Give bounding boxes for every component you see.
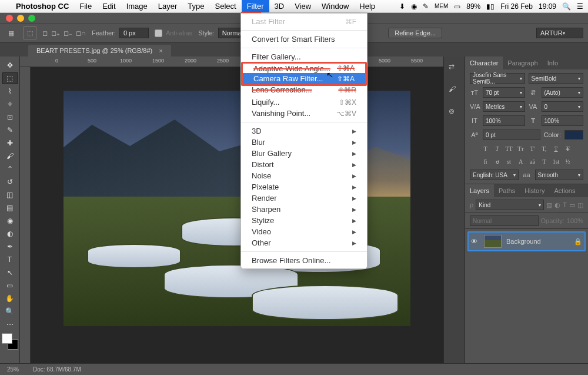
subscript-btn[interactable]: T, <box>539 144 550 153</box>
move-tool-icon[interactable]: ✥ <box>2 59 18 71</box>
history-brush-icon[interactable]: ↺ <box>2 176 18 188</box>
close-window-icon[interactable] <box>6 15 13 22</box>
font-size-input[interactable]: 70 pt▾ <box>483 87 525 98</box>
zoom-level[interactable]: 25% <box>7 366 19 373</box>
menu-pixelate-sub[interactable]: Pixelate <box>241 181 367 193</box>
tab-info[interactable]: Info <box>543 57 563 69</box>
tab-history[interactable]: History <box>520 184 549 197</box>
menu-video-sub[interactable]: Video <box>241 226 367 237</box>
brush-panel-icon[interactable]: 🖌 <box>449 85 460 97</box>
path-tool-icon[interactable]: ↖ <box>2 267 18 278</box>
menu-browse-online[interactable]: Browse Filters Online... <box>241 255 367 266</box>
underline-btn[interactable]: T <box>551 144 562 153</box>
home-icon[interactable]: ▦ <box>5 26 18 39</box>
menu-other-sub[interactable]: Other <box>241 237 367 248</box>
evernote-icon[interactable]: ✎ <box>423 2 429 11</box>
menu-blurgallery-sub[interactable]: Blur Gallery <box>241 148 367 159</box>
language-select[interactable]: English: USA▾ <box>470 170 519 180</box>
tracking-input[interactable]: 0▾ <box>542 101 584 112</box>
menu-camera-raw[interactable]: Camera Raw Filter...⇧⌘A <box>243 73 365 84</box>
ot-alt-btn[interactable]: ơ <box>492 157 503 166</box>
add-selection-icon[interactable]: ◻₊ <box>51 29 60 37</box>
lasso-tool-icon[interactable]: ⌇ <box>2 85 18 97</box>
filter-smart-icon[interactable]: ◫ <box>577 201 583 209</box>
zoom-window-icon[interactable] <box>28 15 35 22</box>
marquee-tool-icon[interactable]: ⬚ <box>24 26 36 39</box>
menu-app[interactable]: Photoshop CC <box>11 0 74 12</box>
menu-distort-sub[interactable]: Distort <box>241 159 367 170</box>
tab-layers[interactable]: Layers <box>465 184 494 197</box>
feather-input[interactable]: 0 px <box>119 28 149 38</box>
ot-lig-btn[interactable]: fi <box>480 157 491 166</box>
menu-help[interactable]: Help <box>354 0 380 12</box>
color-swatches[interactable] <box>2 333 18 350</box>
minimize-window-icon[interactable] <box>17 15 24 22</box>
menu-vanishing[interactable]: Vanishing Point...⌥⌘V <box>241 108 367 119</box>
ot-title-btn[interactable]: T <box>539 157 550 166</box>
eyedropper-tool-icon[interactable]: ✎ <box>2 124 18 136</box>
document-tab[interactable]: BEART PRESETS.jpg @ 25% (RGB/8#) × <box>28 45 171 57</box>
doc-info[interactable]: Doc: 68.7M/68.7M <box>33 366 81 373</box>
filter-shape-icon[interactable]: ▭ <box>569 201 575 209</box>
filter-pixel-icon[interactable]: ▧ <box>546 201 552 209</box>
menu-edit[interactable]: Edit <box>97 0 121 12</box>
list-icon[interactable]: ☰ <box>577 2 583 11</box>
menu-select[interactable]: Select <box>209 0 241 12</box>
workspace-select[interactable]: ARTUR▾ <box>536 28 583 38</box>
superscript-btn[interactable]: T' <box>527 144 538 153</box>
bold-btn[interactable]: T <box>480 144 491 153</box>
mem-icon[interactable]: MEM <box>435 3 448 9</box>
allcaps-btn[interactable]: TT <box>504 144 514 153</box>
ot-ord-btn[interactable]: 1st <box>551 157 562 166</box>
layer-row-background[interactable]: 👁 Background 🔒 <box>467 231 586 251</box>
cc-icon[interactable]: ◉ <box>411 2 417 11</box>
hscale-input[interactable]: 100% <box>542 115 584 126</box>
canvas-stage[interactable] <box>31 67 443 363</box>
ot-disc-btn[interactable]: st <box>504 157 514 166</box>
menu-window[interactable]: Window <box>316 0 354 12</box>
menu-view[interactable]: View <box>289 0 316 12</box>
italic-btn[interactable]: T <box>492 144 503 153</box>
pen-tool-icon[interactable]: ✒ <box>2 241 18 253</box>
menu-type[interactable]: Type <box>182 0 209 12</box>
brush-tool-icon[interactable]: 🖌 <box>2 150 18 162</box>
dodge-tool-icon[interactable]: ◐ <box>2 228 18 240</box>
menu-stylize-sub[interactable]: Stylize <box>241 215 367 226</box>
font-family-select[interactable]: Josefin Sans SemiB...▾ <box>470 73 525 84</box>
font-weight-select[interactable]: SemiBold▾ <box>529 73 584 84</box>
tab-paragraph[interactable]: Paragraph <box>503 57 542 69</box>
window-traffic-lights[interactable] <box>0 11 41 25</box>
wand-tool-icon[interactable]: ✧ <box>2 98 18 110</box>
layer-filter-kind[interactable]: Kind▾ <box>476 200 544 210</box>
baseline-input[interactable]: 0 pt <box>483 130 540 140</box>
menu-liquify[interactable]: Liquify...⇧⌘X <box>241 97 367 108</box>
smallcaps-btn[interactable]: Tт <box>516 144 526 153</box>
tab-character[interactable]: Character <box>465 57 503 69</box>
menu-3d-sub[interactable]: 3D <box>241 125 367 137</box>
menu-image[interactable]: Image <box>121 0 153 12</box>
heal-tool-icon[interactable]: ✚ <box>2 137 18 149</box>
refine-edge-button[interactable]: Refine Edge... <box>388 28 442 38</box>
visibility-icon[interactable]: 👁 <box>471 238 479 245</box>
filter-adjust-icon[interactable]: ◐ <box>554 201 560 209</box>
menu-file[interactable]: File <box>74 0 97 12</box>
menu-sharpen-sub[interactable]: Sharpen <box>241 204 367 215</box>
shape-tool-icon[interactable]: ▭ <box>2 280 18 291</box>
kerning-select[interactable]: Metrics▾ <box>483 101 525 112</box>
menu-adaptive-wide[interactable]: Adaptive Wide Angle...⇧⌘A <box>243 64 365 73</box>
leading-input[interactable]: (Auto)▾ <box>542 87 584 98</box>
spotlight-icon[interactable]: 🔍 <box>562 2 571 11</box>
ot-swash-btn[interactable]: A <box>516 157 526 166</box>
text-color-swatch[interactable] <box>564 130 583 140</box>
dropbox-icon[interactable]: ⬇ <box>399 2 405 11</box>
adjustments-icon[interactable]: ⊚ <box>449 107 460 119</box>
menu-lens-correction[interactable]: Lens Correction...⇧⌘R <box>241 84 367 95</box>
menu-noise-sub[interactable]: Noise <box>241 170 367 181</box>
crop-tool-icon[interactable]: ⊡ <box>2 111 18 123</box>
gradient-tool-icon[interactable]: ▤ <box>2 202 18 214</box>
properties-icon[interactable]: ⇄ <box>449 62 460 74</box>
sub-selection-icon[interactable]: ◻₋ <box>64 29 72 37</box>
new-selection-icon[interactable]: ◻ <box>42 29 48 37</box>
eraser-tool-icon[interactable]: ◫ <box>2 189 18 201</box>
menu-3d[interactable]: 3D <box>269 0 290 12</box>
